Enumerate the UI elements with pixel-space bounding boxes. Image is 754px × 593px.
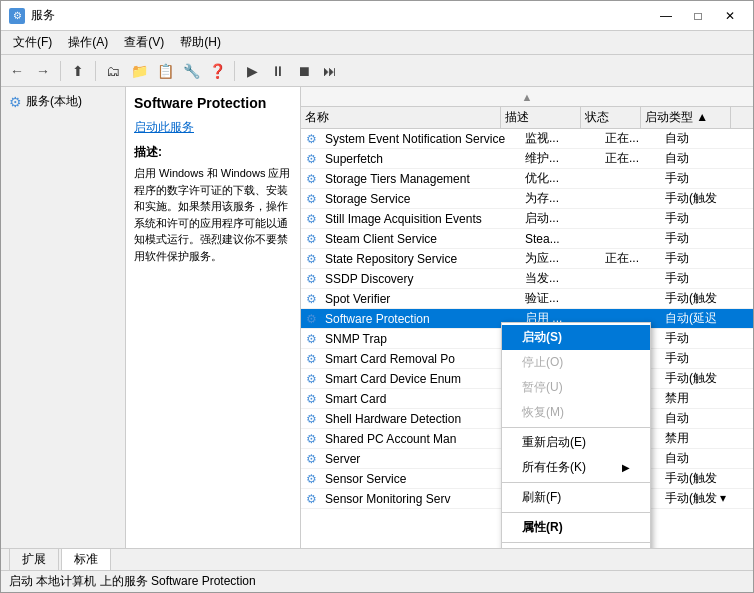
window-title: 服务 xyxy=(31,7,55,24)
col-header-desc[interactable]: 描述 xyxy=(501,107,581,128)
left-nav-panel: ⚙ 服务(本地) xyxy=(1,87,126,548)
service-icon: ⚙ xyxy=(306,152,317,166)
service-name-cell: SSDP Discovery xyxy=(321,272,521,286)
col-header-name[interactable]: 名称 xyxy=(301,107,501,128)
service-icon: ⚙ xyxy=(306,372,317,386)
service-icon: ⚙ xyxy=(306,252,317,266)
title-controls: — □ ✕ xyxy=(651,6,745,26)
service-status-cell: 正在... xyxy=(601,150,661,167)
app-icon: ⚙ xyxy=(9,8,25,24)
service-startup-cell: 手动 xyxy=(661,210,751,227)
service-startup-cell: 自动 xyxy=(661,410,751,427)
service-startup-cell: 自动 xyxy=(661,150,751,167)
table-row[interactable]: ⚙Spot Verifier验证...手动(触发 xyxy=(301,289,753,309)
content-area: Software Protection 启动此服务 描述: 启用 Windows… xyxy=(126,87,753,548)
properties-button[interactable]: 📋 xyxy=(153,59,177,83)
close-button[interactable]: ✕ xyxy=(715,6,745,26)
menu-view[interactable]: 查看(V) xyxy=(116,32,172,53)
status-text: 启动 本地计算机 上的服务 Software Protection xyxy=(9,573,256,590)
menu-help[interactable]: 帮助(H) xyxy=(172,32,229,53)
service-icon: ⚙ xyxy=(306,452,317,466)
service-icon: ⚙ xyxy=(306,392,317,406)
up-button[interactable]: ⬆ xyxy=(66,59,90,83)
start-service-button[interactable]: ▶ xyxy=(240,59,264,83)
ctx-restart[interactable]: 重新启动(E) xyxy=(502,430,650,455)
service-icon: ⚙ xyxy=(306,492,317,506)
maximize-button[interactable]: □ xyxy=(683,6,713,26)
services-panel: ▲ 名称 描述 状态 启动类型 ▲ ⚙System Event Notifica… xyxy=(301,87,753,548)
service-icon: ⚙ xyxy=(306,212,317,226)
service-name-cell: Storage Tiers Management xyxy=(321,172,521,186)
back-button[interactable]: ← xyxy=(5,59,29,83)
table-row[interactable]: ⚙System Event Notification Service监视...正… xyxy=(301,129,753,149)
service-icon: ⚙ xyxy=(306,412,317,426)
table-row[interactable]: ⚙SSDP Discovery当发...手动 xyxy=(301,269,753,289)
title-bar-left: ⚙ 服务 xyxy=(9,7,55,24)
service-name-cell: Shared PC Account Man xyxy=(321,432,521,446)
toolbar-sep-1 xyxy=(60,61,61,81)
service-icon: ⚙ xyxy=(306,472,317,486)
menu-bar: 文件(F) 操作(A) 查看(V) 帮助(H) xyxy=(1,31,753,55)
table-row[interactable]: ⚙Steam Client ServiceStea...手动 xyxy=(301,229,753,249)
ctx-start[interactable]: 启动(S) xyxy=(502,325,650,350)
menu-file[interactable]: 文件(F) xyxy=(5,32,60,53)
service-startup-cell: 自动 xyxy=(661,130,751,147)
show-hide-button[interactable]: 🗂 xyxy=(101,59,125,83)
service-startup-cell: 自动 xyxy=(661,450,751,467)
ctx-stop: 停止(O) xyxy=(502,350,650,375)
service-startup-cell: 手动(触发 xyxy=(661,470,751,487)
detail-panel: Software Protection 启动此服务 描述: 启用 Windows… xyxy=(126,87,301,548)
help-button[interactable]: ❓ xyxy=(205,59,229,83)
table-row[interactable]: ⚙Storage Service为存...手动(触发 xyxy=(301,189,753,209)
col-header-status[interactable]: 状态 xyxy=(581,107,641,128)
service-startup-cell: 手动 xyxy=(661,350,751,367)
forward-button[interactable]: → xyxy=(31,59,55,83)
ctx-help[interactable]: 帮助(H) xyxy=(502,545,650,548)
service-desc-cell: 监视... xyxy=(521,130,601,147)
ctx-arrow: ▶ xyxy=(622,462,630,473)
ctx-properties[interactable]: 属性(R) xyxy=(502,515,650,540)
toolbar: ← → ⬆ 🗂 📁 📋 🔧 ❓ ▶ ⏸ ⏹ ⏭ xyxy=(1,55,753,87)
service-startup-cell: 手动 xyxy=(661,270,751,287)
nav-services-local[interactable]: ⚙ 服务(本地) xyxy=(5,91,121,112)
service-name-cell: Steam Client Service xyxy=(321,232,521,246)
pause-service-button[interactable]: ⏸ xyxy=(266,59,290,83)
collapse-arrow: ▲ xyxy=(301,87,753,107)
tab-extended[interactable]: 扩展 xyxy=(9,548,59,570)
restart-service-button[interactable]: ⏭ xyxy=(318,59,342,83)
service-startup-cell: 手动 xyxy=(661,170,751,187)
service-name-cell: SNMP Trap xyxy=(321,332,521,346)
toolbar-sep-3 xyxy=(234,61,235,81)
menu-action[interactable]: 操作(A) xyxy=(60,32,116,53)
ctx-resume: 恢复(M) xyxy=(502,400,650,425)
ctx-refresh[interactable]: 刷新(F) xyxy=(502,485,650,510)
folder-button[interactable]: 📁 xyxy=(127,59,151,83)
service-name-cell: Shell Hardware Detection xyxy=(321,412,521,426)
service-startup-cell: 自动(延迟 xyxy=(661,310,751,327)
minimize-button[interactable]: — xyxy=(651,6,681,26)
service-startup-cell: 手动(触发 xyxy=(661,290,751,307)
service-icon: ⚙ xyxy=(306,432,317,446)
table-row[interactable]: ⚙Superfetch维护...正在...自动 xyxy=(301,149,753,169)
tab-standard[interactable]: 标准 xyxy=(61,548,111,570)
stop-service-button[interactable]: ⏹ xyxy=(292,59,316,83)
column-headers: 名称 描述 状态 启动类型 ▲ xyxy=(301,107,753,129)
table-row[interactable]: ⚙Still Image Acquisition Events启动...手动 xyxy=(301,209,753,229)
toolbar-sep-2 xyxy=(95,61,96,81)
start-service-link[interactable]: 启动此服务 xyxy=(134,119,292,136)
ctx-all-tasks[interactable]: 所有任务(K) ▶ xyxy=(502,455,650,480)
ctx-sep-2 xyxy=(502,482,650,483)
table-row[interactable]: ⚙Storage Tiers Management优化...手动 xyxy=(301,169,753,189)
detail-description: 启用 Windows 和 Windows 应用程序的数字许可证的下载、安装和实施… xyxy=(134,165,292,264)
col-header-startup[interactable]: 启动类型 ▲ xyxy=(641,107,731,128)
service-name-cell: Sensor Monitoring Serv xyxy=(321,492,521,506)
services-icon: ⚙ xyxy=(9,94,22,110)
service-desc-cell: 优化... xyxy=(521,170,601,187)
service-desc-cell: 当发... xyxy=(521,270,601,287)
table-row[interactable]: ⚙State Repository Service为应...正在...手动 xyxy=(301,249,753,269)
properties2-button[interactable]: 🔧 xyxy=(179,59,203,83)
service-icon: ⚙ xyxy=(306,232,317,246)
service-desc-cell: 为存... xyxy=(521,190,601,207)
service-icon: ⚙ xyxy=(306,292,317,306)
detail-service-name: Software Protection xyxy=(134,95,292,111)
